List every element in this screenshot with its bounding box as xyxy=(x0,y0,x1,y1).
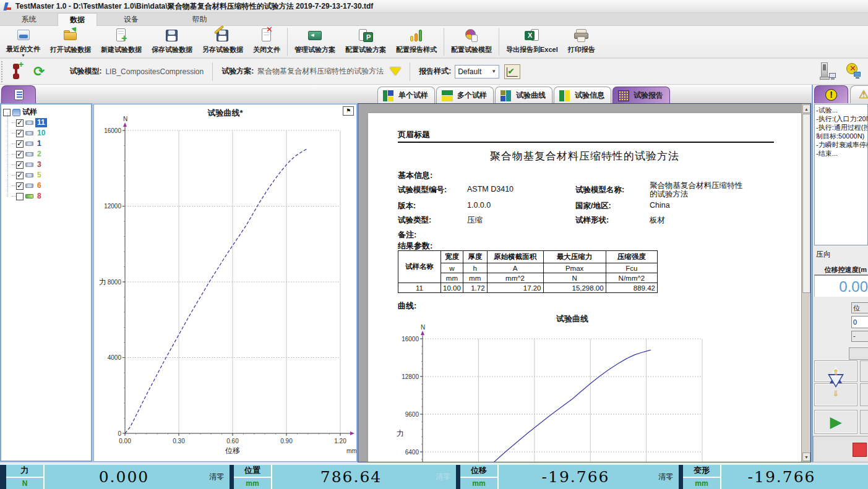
export-excel-button[interactable]: X 导出报告到Excel xyxy=(501,26,563,57)
data-cell: 17.20 xyxy=(487,283,543,293)
field-label: 试样形状: xyxy=(575,215,609,226)
refresh-icon[interactable]: ⟳ xyxy=(33,65,45,79)
save-as-icon xyxy=(213,27,232,44)
tab-single-sample[interactable]: 单个试样 xyxy=(377,87,435,104)
close-file-button[interactable]: ✕ 关闭文件 xyxy=(248,26,285,57)
svg-text:力: 力 xyxy=(99,278,106,286)
tab-test-info[interactable]: 试验信息 xyxy=(554,87,611,104)
recent-files-button[interactable]: 最近的文件 ▼ xyxy=(1,26,45,57)
zero-button[interactable]: 清零 xyxy=(204,465,230,489)
col-header: 最大压缩力 xyxy=(543,251,606,263)
tree-item[interactable]: 5 xyxy=(3,170,89,181)
menu-label: 帮助 xyxy=(192,14,207,25)
exclamation-icon: ! xyxy=(825,89,837,101)
stop-test-button[interactable] xyxy=(813,436,868,462)
tree-root-checkbox[interactable] xyxy=(3,109,11,116)
control-panel: ! ⚠ -试验... -执行:(入口力:20N) -执行:通用过程(控制速 制目… xyxy=(812,85,868,462)
machine-status-icon[interactable] xyxy=(820,62,837,81)
test-curve-chart: 04000800012000160000.000.300.600.901.20N… xyxy=(94,116,356,459)
jog-down-button[interactable]: ⇓ xyxy=(814,383,857,406)
edit-report-style-button[interactable]: ✔ xyxy=(504,64,520,79)
report-style-select[interactable]: Default ▼ xyxy=(455,65,499,79)
tree-item[interactable]: 6 xyxy=(3,181,89,191)
start-test-button[interactable]: ▶ xyxy=(814,410,857,434)
log-line: 制目标:50000N) xyxy=(816,132,867,140)
tree-item[interactable]: 3 xyxy=(3,159,89,170)
target-input[interactable] xyxy=(851,316,868,328)
field-label: 试验模型名称: xyxy=(575,185,624,195)
scroll-down-button[interactable]: ▼ xyxy=(802,453,810,461)
tree-item[interactable]: 2 xyxy=(3,149,89,159)
tree-item-label: 1 xyxy=(35,139,43,148)
symbol-cell: Fcu xyxy=(606,263,657,273)
menu-help[interactable]: 帮助 xyxy=(165,13,234,26)
toolbar-grip xyxy=(1,61,5,82)
col-header: 宽度 xyxy=(441,251,463,263)
svg-text:12800: 12800 xyxy=(402,373,419,380)
tab-test-curve[interactable]: 试验曲线 xyxy=(495,87,552,104)
config-model-button[interactable]: 配置试验模型 xyxy=(446,26,497,57)
tree-root[interactable]: 试样 xyxy=(3,107,89,117)
specimen-icon xyxy=(25,163,33,167)
print-report-button[interactable]: 打印报告 xyxy=(563,26,600,57)
tree-item-checkbox[interactable] xyxy=(16,140,24,148)
config-scheme-button[interactable]: P 配置试验方案 xyxy=(340,26,391,57)
tree-item-checkbox[interactable] xyxy=(16,193,24,200)
menu-data[interactable]: 数据 xyxy=(58,13,97,26)
menu-device[interactable]: 设备 xyxy=(97,13,165,26)
tree-item[interactable]: 8 xyxy=(3,191,89,202)
zero-button[interactable]: 清零 xyxy=(653,465,679,489)
readout-name: 位置 xyxy=(234,465,271,478)
svg-text:mm: mm xyxy=(346,448,356,454)
menu-system[interactable]: 系统 xyxy=(0,13,58,26)
tree-item[interactable]: 11 xyxy=(3,117,89,128)
tree-item-checkbox[interactable] xyxy=(16,119,24,127)
report-scrollbar[interactable]: ▲ ▼ xyxy=(801,104,810,462)
tree-item[interactable]: 10 xyxy=(3,128,89,138)
tab-multi-sample[interactable]: 多个试样 xyxy=(436,87,494,104)
save-as-data-button[interactable]: 另存试验数据 xyxy=(197,26,248,57)
zero-button[interactable]: 清零 xyxy=(430,465,456,489)
tab-messages[interactable]: ! xyxy=(814,85,848,103)
tree-item-checkbox[interactable] xyxy=(16,182,24,190)
field-value: ASTM D3410 xyxy=(467,185,513,193)
open-data-button[interactable]: 打开试验数据 xyxy=(45,26,96,57)
button-label: 打开试验数据 xyxy=(48,45,93,54)
tree-item[interactable]: 1 xyxy=(3,138,89,149)
tree-item-checkbox[interactable] xyxy=(16,130,24,137)
scheme-dropdown-triangle-icon[interactable] xyxy=(390,67,401,75)
displacement-readout: 位移mm -19.766 清零 xyxy=(460,465,679,489)
zero-button[interactable] xyxy=(842,465,868,489)
svg-text:12000: 12000 xyxy=(104,203,121,210)
manage-scheme-button[interactable]: 管理试验方案 xyxy=(290,26,340,57)
tree-item-checkbox[interactable] xyxy=(16,161,24,169)
symbol-cell: w xyxy=(441,263,463,273)
tree-item-checkbox[interactable] xyxy=(16,172,24,179)
col-header: 原始横截面积 xyxy=(487,251,543,263)
disconnect-icon[interactable]: ✕ xyxy=(846,63,862,80)
symbol-cell: Pmax xyxy=(543,263,606,273)
tree-item-checkbox[interactable] xyxy=(16,151,24,158)
new-data-button[interactable]: + 新建试验数据 xyxy=(96,26,147,57)
tab-test-report[interactable]: 试验报告 xyxy=(612,87,670,104)
scroll-up-button[interactable]: ▲ xyxy=(802,104,810,113)
specimen-icon xyxy=(25,152,33,156)
tab-warnings[interactable]: ⚠ xyxy=(850,85,868,103)
sample-list-tab[interactable] xyxy=(1,85,36,103)
jog-up-alt-button[interactable] xyxy=(860,360,868,382)
chart-options-button[interactable]: ⚑ xyxy=(343,106,354,116)
save-data-button[interactable]: 保存试验数据 xyxy=(147,26,197,57)
mini-displacement-button[interactable]: 位 xyxy=(851,302,868,313)
report-title: 聚合物基复合材料压缩特性的试验方法 xyxy=(368,149,801,163)
minus-button[interactable]: - xyxy=(851,331,868,342)
start-alt-button[interactable] xyxy=(860,410,868,434)
partial-button[interactable] xyxy=(849,347,868,360)
scroll-thumb[interactable] xyxy=(802,114,810,293)
readout-unit: mm xyxy=(683,478,720,489)
readout-value: 786.64 xyxy=(272,465,430,489)
add-specimen-button[interactable]: + xyxy=(10,62,25,82)
config-report-style-button[interactable]: 配置报告样式 xyxy=(391,26,442,57)
readout-value: 0.000 xyxy=(45,465,204,489)
field-value: 板材 xyxy=(650,215,665,226)
jog-down-alt-button[interactable] xyxy=(860,383,868,406)
